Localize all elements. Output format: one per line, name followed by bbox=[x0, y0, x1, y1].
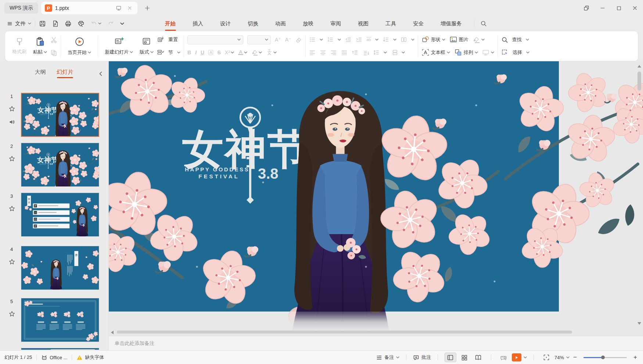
cut-copy-group bbox=[50, 35, 57, 57]
font-group: A⁺ A⁻ B I U A S X² A bbox=[187, 35, 302, 57]
textbox-button[interactable]: 文本框 bbox=[421, 48, 450, 57]
zoom-in-button[interactable]: + bbox=[632, 354, 639, 361]
scroll-down-arrow[interactable] bbox=[637, 322, 641, 325]
tab-slideshow[interactable]: 放映 bbox=[303, 19, 313, 29]
italic-button: I bbox=[195, 50, 197, 55]
picture-button[interactable]: 图片 bbox=[449, 35, 468, 44]
close-window-button[interactable] bbox=[627, 2, 643, 14]
align-objects-button bbox=[391, 49, 398, 56]
collapse-panel-icon[interactable] bbox=[98, 70, 103, 76]
document-tab-title: 1.pptx bbox=[55, 5, 112, 11]
tab-sync-icon[interactable] bbox=[115, 4, 123, 12]
tab-close-icon[interactable] bbox=[126, 4, 134, 12]
decrease-indent-button bbox=[345, 36, 352, 43]
slide-thumbnail-5[interactable]: 5 bbox=[7, 298, 99, 342]
slide-sorter-view-button[interactable] bbox=[459, 353, 470, 362]
search-icon[interactable] bbox=[480, 20, 487, 27]
slide-thumbnail-2[interactable]: 2 bbox=[7, 143, 99, 187]
assistant-icon bbox=[41, 354, 47, 361]
wps-home-button[interactable]: WPS 演示 bbox=[4, 3, 38, 14]
strikethrough-button: S bbox=[217, 50, 220, 55]
status-bar: 幻灯片 1 / 25 Office ... 缺失字体 备注 批注 bbox=[0, 350, 643, 364]
zoom-slider-thumb[interactable] bbox=[601, 356, 605, 359]
hamburger-icon bbox=[7, 21, 13, 27]
reading-view-button[interactable] bbox=[473, 353, 484, 362]
slide-editing-area[interactable] bbox=[109, 61, 643, 331]
shapes-button[interactable]: 形状 bbox=[421, 35, 445, 44]
print-button[interactable] bbox=[65, 20, 72, 27]
maximize-button[interactable] bbox=[611, 2, 627, 14]
divider bbox=[474, 20, 474, 27]
tab-home[interactable]: 开始 bbox=[165, 19, 176, 29]
tab-animations[interactable]: 动画 bbox=[275, 19, 286, 29]
warning-icon bbox=[76, 354, 83, 361]
tab-design[interactable]: 设计 bbox=[220, 19, 231, 29]
character-border-button: A bbox=[208, 50, 213, 55]
menu-bar: 文件 开始 插入 设计 切换 动画 放映 审阅 视图 工具 安全 增值服务 bbox=[0, 16, 643, 31]
slide-canvas[interactable]: 单击此处添加备注 bbox=[109, 61, 643, 350]
underline-button: U bbox=[201, 50, 204, 55]
find-button[interactable]: 查找 bbox=[501, 35, 529, 44]
tab-outline[interactable]: 大纲 bbox=[35, 69, 46, 78]
normal-view-button[interactable] bbox=[445, 353, 456, 362]
paragraph-group: ab bbox=[309, 35, 414, 57]
slide-thumbnail-4[interactable]: 4 bbox=[7, 246, 99, 290]
star-icon bbox=[9, 205, 15, 212]
export-pdf-button[interactable] bbox=[52, 20, 59, 27]
copy-button bbox=[50, 48, 57, 57]
arrange-button[interactable]: 排列 bbox=[454, 48, 478, 57]
line-spacing-button bbox=[373, 49, 380, 56]
slide-thumbnail-1[interactable]: 1 bbox=[7, 93, 99, 137]
print-preview-button[interactable] bbox=[78, 20, 85, 27]
star-icon bbox=[9, 105, 15, 112]
section-button[interactable]: 节 bbox=[157, 48, 180, 57]
new-tab-button[interactable] bbox=[143, 3, 152, 13]
star-icon bbox=[9, 310, 15, 317]
vertical-scrollbar-thumb[interactable] bbox=[637, 72, 641, 91]
horizontal-scrollbar-thumb[interactable] bbox=[117, 331, 572, 334]
tab-review[interactable]: 审阅 bbox=[330, 19, 341, 29]
slideshow-play-button[interactable] bbox=[512, 353, 521, 361]
tab-premium[interactable]: 增值服务 bbox=[441, 19, 462, 29]
workspace-layout-button[interactable] bbox=[578, 2, 594, 14]
vertical-scrollbar[interactable] bbox=[636, 63, 642, 325]
zoom-slider[interactable] bbox=[583, 355, 627, 360]
zoom-level[interactable]: 74% bbox=[554, 355, 570, 360]
save-button[interactable] bbox=[39, 20, 46, 27]
zoom-out-button[interactable]: − bbox=[572, 354, 578, 361]
tab-tools[interactable]: 工具 bbox=[385, 19, 396, 29]
projector-button[interactable] bbox=[498, 353, 510, 362]
tab-view[interactable]: 视图 bbox=[358, 19, 369, 29]
file-menu[interactable]: 文件 bbox=[7, 20, 31, 27]
tab-slides[interactable]: 幻灯片 bbox=[57, 69, 73, 78]
tab-transitions[interactable]: 切换 bbox=[248, 19, 258, 29]
slide-thumbnail-3[interactable]: 3 bbox=[7, 193, 99, 237]
slide-thumbnail-6[interactable] bbox=[7, 348, 99, 350]
tab-security[interactable]: 安全 bbox=[413, 19, 424, 29]
notes-toggle-button[interactable]: 备注 bbox=[376, 354, 399, 361]
select-button[interactable]: 选择 bbox=[501, 48, 529, 57]
tab-insert[interactable]: 插入 bbox=[193, 19, 203, 29]
scroll-left-arrow[interactable] bbox=[111, 331, 114, 334]
horizontal-scrollbar[interactable] bbox=[110, 330, 633, 335]
play-from-current-button[interactable]: 当页开始 bbox=[64, 33, 94, 59]
minimize-button[interactable] bbox=[594, 2, 611, 14]
file-menu-label: 文件 bbox=[15, 20, 26, 27]
notes-placeholder[interactable]: 单击此处添加备注 bbox=[109, 336, 643, 350]
quick-access-more-icon[interactable] bbox=[120, 22, 124, 25]
comments-button[interactable]: 批注 bbox=[413, 354, 431, 361]
scroll-up-arrow[interactable] bbox=[637, 65, 641, 68]
slide-size-button bbox=[482, 48, 494, 57]
missing-fonts-warning[interactable]: 缺失字体 bbox=[76, 354, 104, 361]
fit-slide-button[interactable] bbox=[540, 353, 552, 362]
reset-button[interactable]: 重置 bbox=[157, 35, 180, 44]
document-tab[interactable]: P 1.pptx bbox=[41, 2, 137, 14]
new-slide-button[interactable]: 新建幻灯片 bbox=[101, 33, 136, 59]
layout-button[interactable]: 版式 bbox=[136, 33, 157, 59]
chevron-down-icon[interactable] bbox=[524, 356, 527, 358]
font-size-combobox bbox=[247, 35, 271, 44]
office-assistant-button[interactable]: Office ... bbox=[41, 354, 67, 361]
divider bbox=[35, 20, 35, 27]
paste-button[interactable]: 粘贴 bbox=[30, 33, 50, 59]
notes-icon bbox=[376, 354, 382, 361]
